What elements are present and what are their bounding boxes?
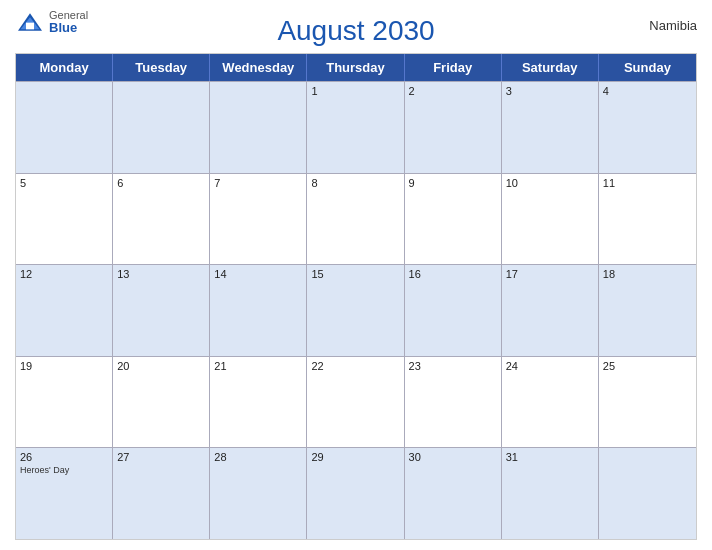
day-number: 13 [117,268,205,280]
day-number: 18 [603,268,692,280]
day-cell-1-3 [210,82,307,173]
calendar-body: 1234567891011121314151617181920212223242… [16,81,696,539]
day-number: 23 [409,360,497,372]
day-number: 1 [311,85,399,97]
day-number: 11 [603,177,692,189]
day-number: 16 [409,268,497,280]
header-friday: Friday [405,54,502,81]
day-cell-4-7: 25 [599,357,696,448]
day-number: 25 [603,360,692,372]
calendar-grid: Monday Tuesday Wednesday Thursday Friday… [15,53,697,540]
day-number: 29 [311,451,399,463]
day-number: 15 [311,268,399,280]
day-number: 19 [20,360,108,372]
day-number: 22 [311,360,399,372]
day-cell-2-4: 8 [307,174,404,265]
day-cell-5-2: 27 [113,448,210,539]
day-cell-4-1: 19 [16,357,113,448]
day-number: 28 [214,451,302,463]
day-cell-3-6: 17 [502,265,599,356]
day-headers-row: Monday Tuesday Wednesday Thursday Friday… [16,54,696,81]
day-cell-1-1 [16,82,113,173]
day-number: 24 [506,360,594,372]
day-number: 26 [20,451,108,463]
day-cell-1-6: 3 [502,82,599,173]
header-area: General Blue August 2030 Namibia [15,10,697,47]
header-monday: Monday [16,54,113,81]
day-cell-5-1: 26Heroes' Day [16,448,113,539]
week-row-5: 26Heroes' Day2728293031 [16,447,696,539]
day-number: 17 [506,268,594,280]
country-label: Namibia [649,18,697,33]
day-number: 7 [214,177,302,189]
svg-rect-2 [26,23,34,30]
day-number: 4 [603,85,692,97]
logo-blue-text: Blue [49,21,88,34]
day-number: 20 [117,360,205,372]
day-number: 2 [409,85,497,97]
week-row-4: 19202122232425 [16,356,696,448]
day-number: 31 [506,451,594,463]
day-number: 21 [214,360,302,372]
day-cell-5-5: 30 [405,448,502,539]
header-sunday: Sunday [599,54,696,81]
logo-text-area: General Blue [49,10,88,34]
week-row-3: 12131415161718 [16,264,696,356]
day-number: 14 [214,268,302,280]
day-cell-3-3: 14 [210,265,307,356]
day-cell-3-2: 13 [113,265,210,356]
day-cell-1-2 [113,82,210,173]
day-cell-4-3: 21 [210,357,307,448]
day-cell-4-2: 20 [113,357,210,448]
day-cell-5-4: 29 [307,448,404,539]
holiday-label: Heroes' Day [20,465,108,475]
day-cell-1-5: 2 [405,82,502,173]
day-number: 10 [506,177,594,189]
week-row-1: 1234 [16,81,696,173]
general-blue-logo-icon [15,12,45,32]
day-number: 6 [117,177,205,189]
day-cell-2-5: 9 [405,174,502,265]
day-cell-3-4: 15 [307,265,404,356]
day-cell-2-1: 5 [16,174,113,265]
day-cell-3-5: 16 [405,265,502,356]
day-cell-4-5: 23 [405,357,502,448]
day-cell-2-6: 10 [502,174,599,265]
day-cell-1-7: 4 [599,82,696,173]
day-number: 27 [117,451,205,463]
day-number: 5 [20,177,108,189]
day-cell-2-2: 6 [113,174,210,265]
day-cell-4-4: 22 [307,357,404,448]
day-cell-1-4: 1 [307,82,404,173]
logo-wrapper: General Blue [15,10,88,34]
day-cell-3-7: 18 [599,265,696,356]
day-cell-5-6: 31 [502,448,599,539]
day-number: 8 [311,177,399,189]
week-row-2: 567891011 [16,173,696,265]
header-wednesday: Wednesday [210,54,307,81]
day-cell-5-7 [599,448,696,539]
day-number: 9 [409,177,497,189]
logo-area: General Blue [15,10,88,34]
day-number: 30 [409,451,497,463]
day-cell-3-1: 12 [16,265,113,356]
header-saturday: Saturday [502,54,599,81]
day-number: 12 [20,268,108,280]
calendar-title: August 2030 [277,15,434,47]
day-cell-5-3: 28 [210,448,307,539]
day-cell-4-6: 24 [502,357,599,448]
day-cell-2-3: 7 [210,174,307,265]
day-cell-2-7: 11 [599,174,696,265]
header-tuesday: Tuesday [113,54,210,81]
calendar-container: General Blue August 2030 Namibia Monday … [0,0,712,550]
day-number: 3 [506,85,594,97]
header-thursday: Thursday [307,54,404,81]
